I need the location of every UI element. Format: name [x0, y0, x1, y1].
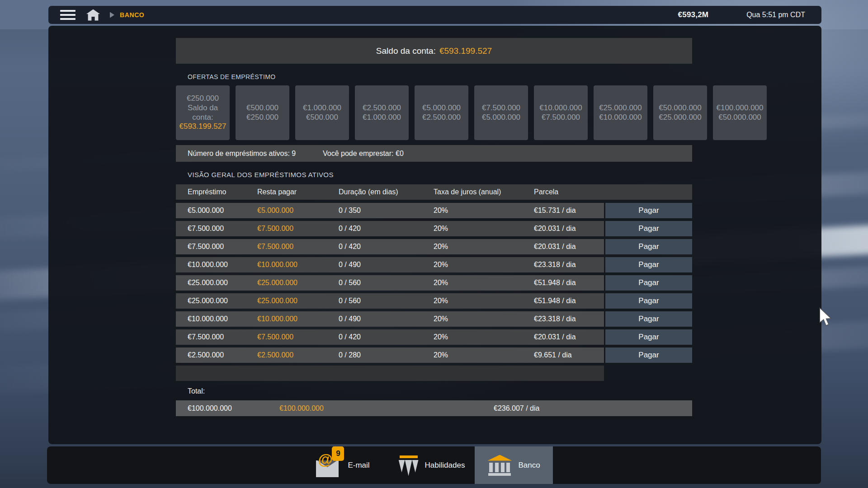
home-icon — [86, 9, 100, 21]
loan-loan: €5.000.000 — [188, 206, 257, 215]
account-balance-bar: Saldo da conta: €593.199.527 — [176, 38, 692, 64]
pay-button[interactable]: Pagar — [605, 221, 692, 236]
loan-interest: 20% — [434, 261, 534, 269]
loan-row: €10.000.000€10.000.0000 / 49020%€23.318 … — [176, 257, 692, 272]
pay-button[interactable]: Pagar — [605, 293, 692, 309]
loan-duration: 0 / 420 — [339, 225, 434, 233]
time-display: Qua 5:51 pm CDT — [746, 11, 805, 19]
loan-loan: €25.000.000 — [188, 279, 257, 287]
loan-row: €25.000.000€25.000.0000 / 56020%€51.948 … — [176, 293, 692, 309]
bank-button[interactable]: Banco — [475, 446, 552, 484]
pay-button[interactable]: Pagar — [605, 257, 692, 272]
loan-row: €2.500.000€2.500.0000 / 28020%€9.651 / d… — [176, 347, 692, 363]
loan-offer-tile[interactable]: €25.000.000€10.000.000 — [594, 85, 647, 140]
loan-offer-tile[interactable]: €5.000.000€2.500.000 — [415, 85, 468, 140]
loan-offer-tile-line: €1.000.000 — [303, 103, 341, 113]
email-button[interactable]: @ 9 E-mail — [315, 446, 369, 484]
loan-offer-tile-line: €2.500.000 — [422, 113, 461, 122]
loan-row-cells: €10.000.000€10.000.0000 / 49020%€23.318 … — [176, 257, 604, 272]
header-installment: Parcela — [534, 188, 692, 196]
loan-interest: 20% — [434, 206, 534, 215]
loan-remaining: €7.500.000 — [257, 333, 339, 341]
loan-installment: €9.651 / dia — [534, 351, 604, 359]
loan-offer-tile-line: €10.000.000 — [599, 113, 642, 122]
loan-interest: 20% — [434, 243, 534, 251]
total-remaining: €100.000.000 — [279, 404, 494, 413]
total-bar: €100.000.000 €100.000.000 €236.007 / dia — [176, 400, 692, 416]
loan-loan: €2.500.000 — [188, 351, 257, 359]
loan-row-cells: €25.000.000€25.000.0000 / 56020%€51.948 … — [176, 275, 604, 291]
skills-button[interactable]: Habilidades — [399, 446, 465, 484]
pay-button[interactable]: Pagar — [605, 203, 692, 218]
loan-offer-tile-line: €10.000.000 — [539, 103, 582, 113]
loan-loan: €7.500.000 — [188, 225, 257, 233]
loan-offer-tile-line: Saldo da conta: — [179, 103, 226, 122]
loan-duration: 0 / 490 — [339, 261, 434, 269]
header-interest: Taxa de juros (anual) — [434, 188, 534, 196]
money-display: €593,2M — [678, 10, 709, 19]
loan-installment: €51.948 / dia — [534, 297, 604, 305]
loan-interest: 20% — [434, 225, 534, 233]
email-badge: 9 — [332, 446, 344, 461]
pay-button[interactable]: Pagar — [605, 311, 692, 327]
loan-installment: €20.031 / dia — [534, 333, 604, 341]
loan-row-cells: €7.500.000€7.500.0000 / 42020%€20.031 / … — [176, 239, 604, 254]
header-duration: Duração (em dias) — [339, 188, 434, 196]
borrow-capacity: Você pode emprestar: €0 — [323, 150, 404, 158]
loan-remaining: €25.000.000 — [257, 279, 339, 287]
chevron-right-icon — [110, 12, 114, 18]
loan-offer-tile[interactable]: €10.000.000€7.500.000 — [534, 85, 588, 140]
loan-interest: 20% — [434, 351, 534, 359]
pay-button[interactable]: Pagar — [605, 347, 692, 363]
loan-offer-tile-line: €25.000.000 — [659, 113, 702, 122]
pay-button[interactable]: Pagar — [605, 275, 692, 291]
loan-offer-tile[interactable]: €2.500.000€1.000.000 — [355, 85, 409, 140]
loan-row-cells: €7.500.000€7.500.0000 / 42020%€20.031 / … — [176, 329, 604, 345]
loan-row-cells: €25.000.000€25.000.0000 / 56020%€51.948 … — [176, 293, 604, 309]
loan-installment: €23.318 / dia — [534, 261, 604, 269]
loan-duration: 0 / 560 — [339, 279, 434, 287]
loan-offer-tile[interactable]: €100.000.000€50.000.000 — [713, 85, 767, 140]
loan-offer-tile-line: €500.000 — [246, 103, 278, 113]
total-installment: €236.007 / dia — [494, 404, 692, 413]
loan-offer-tile-line: €7.500.000 — [482, 103, 520, 113]
menu-icon[interactable] — [60, 10, 75, 20]
loan-offer-tile-line: €7.500.000 — [542, 113, 580, 122]
loan-row: €7.500.000€7.500.0000 / 42020%€20.031 / … — [176, 329, 692, 345]
loan-loan: €10.000.000 — [188, 261, 257, 269]
breadcrumb[interactable]: BANCO — [120, 11, 144, 19]
loan-offer-tile-line: €5.000.000 — [422, 103, 461, 113]
loan-offer-tiles: €250.000Saldo da conta:€593.199.527€500.… — [176, 85, 767, 140]
loan-offer-tile[interactable]: €500.000€250.000 — [236, 85, 289, 140]
loan-interest: 20% — [434, 279, 534, 287]
pay-button[interactable]: Pagar — [605, 329, 692, 345]
loan-offers-title: OFERTAS DE EMPRÉSTIMO — [188, 73, 276, 80]
active-loans-count: Número de empréstimos ativos: 9 — [188, 150, 296, 158]
loan-offer-tile[interactable]: €7.500.000€5.000.000 — [474, 85, 528, 140]
loan-remaining: €10.000.000 — [257, 315, 339, 323]
loan-remaining: €7.500.000 — [257, 225, 339, 233]
loans-table-rows: €5.000.000€5.000.0000 / 35020%€15.731 / … — [176, 203, 692, 381]
loan-remaining: €7.500.000 — [257, 243, 339, 251]
loan-installment: €20.031 / dia — [534, 243, 604, 251]
loan-installment: €15.731 / dia — [534, 206, 604, 215]
loan-row-cells: €2.500.000€2.500.0000 / 28020%€9.651 / d… — [176, 347, 604, 363]
loan-offer-tile-line: €250.000 — [246, 113, 278, 122]
empty-loan-slot — [176, 366, 604, 381]
home-button[interactable] — [86, 9, 100, 21]
loan-summary-bar: Número de empréstimos ativos: 9 Você pod… — [176, 145, 692, 162]
loan-offer-tile[interactable]: €50.000.000€25.000.000 — [653, 85, 707, 140]
loan-duration: 0 / 420 — [339, 333, 434, 341]
bank-panel: Saldo da conta: €593.199.527 OFERTAS DE … — [48, 26, 821, 444]
loan-offer-tile[interactable]: €250.000Saldo da conta:€593.199.527 — [176, 85, 230, 140]
loan-duration: 0 / 350 — [339, 206, 434, 215]
loan-loan: €7.500.000 — [188, 243, 257, 251]
pay-button[interactable]: Pagar — [605, 239, 692, 254]
loan-row-cells: €10.000.000€10.000.0000 / 49020%€23.318 … — [176, 311, 604, 327]
loan-offer-tile-line: €50.000.000 — [718, 113, 761, 122]
header-remaining: Resta pagar — [257, 188, 339, 196]
loan-installment: €51.948 / dia — [534, 279, 604, 287]
loan-row-cells: €5.000.000€5.000.0000 / 35020%€15.731 / … — [176, 203, 604, 218]
loan-remaining: €5.000.000 — [257, 206, 339, 215]
loan-offer-tile[interactable]: €1.000.000€500.000 — [295, 85, 349, 140]
